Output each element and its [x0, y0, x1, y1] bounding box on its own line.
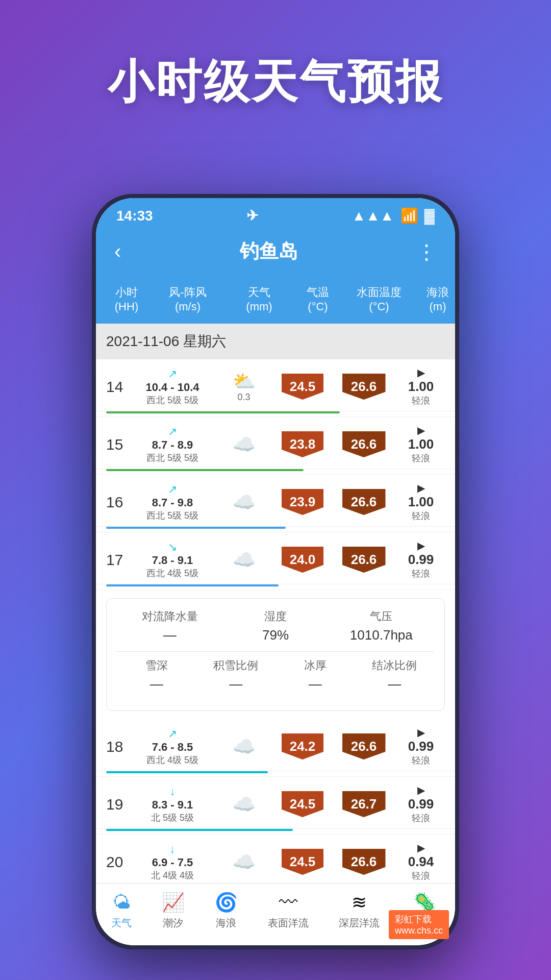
cell-weather-16: ☁️ [213, 492, 274, 513]
snow-depth-value: — [150, 676, 163, 692]
surface-current-nav-label: 表面洋流 [268, 916, 309, 930]
header-hour: 小时(HH) [106, 285, 147, 313]
wave-arrow-icon-16: ▶ [417, 482, 425, 494]
cell-weather-17: ☁️ [213, 549, 274, 571]
wind-speed-18: 7.6 - 8.5 [152, 741, 193, 754]
cell-sea-temp-18: 26.6 [331, 733, 397, 760]
wave-nav-icon: 🌀 [215, 892, 238, 913]
surface-current-nav-icon: 〰 [279, 892, 297, 913]
phone-screen: 14:33 ✈ ▲▲▲ 📶 ▓ ‹ 钓鱼岛 ⋮ 小时(HH) 风-阵风(m/s)… [96, 198, 455, 945]
cell-weather-14: ⛅ 0.3 [213, 371, 274, 403]
weather-nav-icon: 🌤 [112, 892, 131, 913]
cell-weather-15: ☁️ [213, 434, 274, 455]
info-precipitation: 对流降水量 — [117, 609, 222, 643]
cell-wave-20: ▶ 0.94 轻浪 [397, 842, 445, 882]
cell-wave-19: ▶ 0.99 轻浪 [397, 784, 445, 824]
ice-thickness-label: 冰厚 [276, 658, 355, 673]
header-wave: 海浪(m) [412, 285, 455, 313]
cell-temp-15: 23.8 [274, 431, 331, 457]
wind-arrow-icon: ↓ [170, 785, 176, 798]
ice-ratio-value: — [388, 676, 401, 692]
back-button[interactable]: ‹ [114, 240, 121, 263]
precipitation-label: 对流降水量 [117, 609, 222, 624]
cell-temp-16: 23.9 [274, 489, 331, 515]
tide-nav-label: 潮汐 [163, 916, 183, 930]
temp-badge-16: 23.9 [282, 489, 324, 515]
table-row: 20 ↓ 6.9 - 7.5 北 4级 4级 ☁️ 24.5 [96, 835, 455, 883]
cell-wave-15: ▶ 1.00 轻浪 [397, 424, 445, 464]
cell-sea-temp-14: 26.6 [331, 374, 397, 400]
more-button[interactable]: ⋮ [416, 240, 437, 263]
cell-temp-17: 24.0 [274, 547, 331, 573]
wind-speed-14: 10.4 - 10.4 [145, 381, 199, 394]
wind-dir-17: 西北 4级 5级 [146, 567, 198, 579]
status-bar: 14:33 ✈ ▲▲▲ 📶 ▓ [96, 198, 455, 229]
cell-hour-17: 17 [106, 551, 132, 569]
temp-badge-20: 24.5 [282, 849, 324, 875]
sea-temp-badge-15: 26.6 [342, 431, 386, 457]
wave-label-15: 轻浪 [412, 452, 430, 464]
wave-arrow-icon-17: ▶ [417, 540, 425, 552]
tide-nav-icon: 📈 [162, 892, 185, 913]
cell-temp-20: 24.5 [274, 849, 331, 875]
ice-ratio-label: 结冰比例 [355, 658, 435, 673]
precipitation-value: — [163, 627, 177, 643]
cell-hour-18: 18 [106, 738, 132, 755]
wind-dir-15: 西北 5级 5级 [146, 452, 198, 464]
nav-item-deep-current[interactable]: ≋ 深层洋流 [339, 892, 380, 930]
nav-item-tide[interactable]: 📈 潮汐 [162, 892, 185, 930]
weather-table: 2021-11-06 星期六 14 ↗ 10.4 - 10.4 西北 5级 5级… [96, 324, 455, 883]
signal-icon: ▲▲▲ [352, 208, 394, 224]
cell-temp-14: 24.5 [274, 374, 331, 400]
cell-hour-20: 20 [106, 853, 132, 871]
cell-weather-18: ☁️ [213, 736, 274, 757]
cell-temp-18: 24.2 [274, 733, 331, 760]
nav-item-weather[interactable]: 🌤 天气 [111, 892, 132, 930]
date-row: 2021-11-06 星期六 [96, 324, 455, 359]
wave-arrow-icon-18: ▶ [417, 726, 425, 739]
wave-val-14: 1.00 [408, 379, 434, 395]
wind-speed-17: 7.8 - 9.1 [152, 554, 193, 567]
wifi-icon: 📶 [400, 207, 418, 224]
wave-val-17: 0.99 [408, 552, 434, 568]
sea-temp-badge-14: 26.6 [342, 374, 386, 400]
wind-arrow-icon: ↗ [168, 483, 177, 496]
wind-dir-19: 北 5级 5级 [151, 812, 194, 824]
table-row: 15 ↗ 8.7 - 8.9 西北 5级 5级 ☁️ 23.8 [96, 417, 455, 475]
snow-depth-label: 雪深 [117, 658, 196, 673]
temp-badge-19: 24.5 [282, 791, 324, 817]
wind-dir-20: 北 4级 4级 [151, 869, 194, 881]
wave-label-19: 轻浪 [412, 812, 430, 824]
cell-weather-20: ☁️ [213, 851, 274, 873]
wind-arrow-icon: ↗ [168, 727, 177, 741]
ice-thickness-value: — [309, 676, 322, 692]
temp-badge-14: 24.5 [282, 374, 324, 400]
pressure-label: 气压 [329, 609, 434, 624]
weather-icon-14: ⛅ [233, 371, 256, 392]
snow-cover-value: — [229, 676, 242, 692]
sea-temp-badge-19: 26.7 [342, 791, 386, 817]
cell-hour-14: 14 [106, 378, 132, 396]
wave-val-20: 0.94 [408, 854, 434, 870]
weather-icon-19: ☁️ [233, 794, 256, 815]
cell-wave-18: ▶ 0.99 轻浪 [397, 726, 445, 767]
cell-wind-17: ↘ 7.8 - 9.1 西北 4级 5级 [132, 541, 213, 579]
wave-label-18: 轻浪 [412, 754, 430, 767]
wave-nav-label: 海浪 [216, 916, 236, 930]
deep-current-nav-icon: ≋ [352, 892, 367, 913]
cell-wind-18: ↗ 7.6 - 8.5 西北 4级 5级 [132, 727, 213, 766]
cell-sea-temp-16: 26.6 [331, 489, 397, 515]
nav-item-wave[interactable]: 🌀 海浪 [215, 892, 238, 930]
header-weather: 天气(mm) [229, 285, 290, 313]
info-snow-depth: 雪深 — [117, 658, 196, 692]
nav-item-surface-current[interactable]: 〰 表面洋流 [268, 892, 309, 930]
nav-bar: ‹ 钓鱼岛 ⋮ [96, 229, 455, 277]
wind-speed-15: 8.7 - 8.9 [152, 438, 193, 452]
cell-wind-20: ↓ 6.9 - 7.5 北 4级 4级 [132, 843, 213, 881]
wave-label-17: 轻浪 [412, 568, 430, 580]
weather-icon-17: ☁️ [233, 549, 256, 571]
temp-badge-15: 23.8 [282, 431, 324, 457]
wind-speed-16: 8.7 - 9.8 [152, 496, 193, 509]
wind-dir-16: 西北 5级 5级 [146, 509, 198, 522]
wave-label-14: 轻浪 [412, 395, 430, 407]
